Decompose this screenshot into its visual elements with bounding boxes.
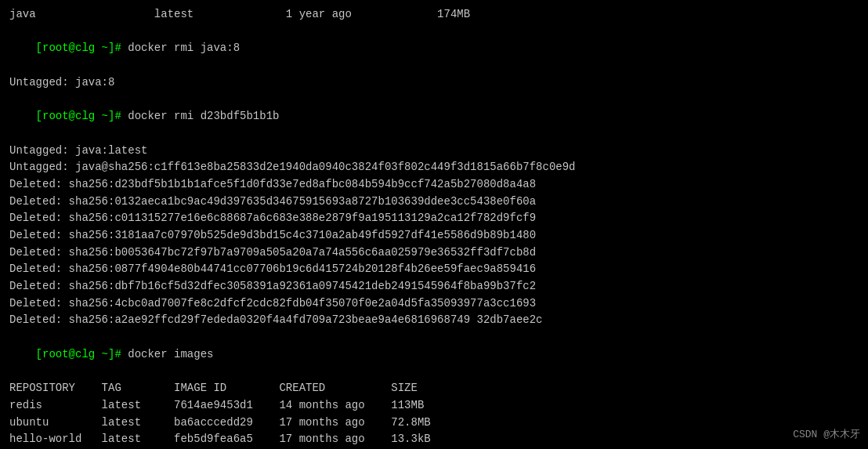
command: docker rmi d23bdf5b1b1b	[128, 110, 279, 122]
prompt: [root@clg ~]#	[36, 42, 128, 54]
command: docker rmi java:8	[128, 42, 240, 54]
prompt: [root@clg ~]#	[36, 110, 128, 122]
terminal: java latest 1 year ago 174MB [root@clg ~…	[0, 0, 868, 449]
line-4: [root@clg ~]# docker rmi d23bdf5b1b1b	[9, 91, 859, 142]
line-5: Untagged: java:latest	[9, 143, 859, 160]
table-header: REPOSITORY TAG IMAGE ID CREATED SIZE	[9, 380, 859, 397]
prompt: [root@clg ~]#	[36, 348, 128, 360]
line-16: [root@clg ~]# docker images	[9, 329, 859, 380]
line-7: Deleted: sha256:d23bdf5b1b1b1afce5f1d0fd…	[9, 176, 859, 194]
line-10: Deleted: sha256:3181aa7c07970b525de9d3bd…	[9, 227, 859, 244]
line-1: java latest 1 year ago 174MB	[9, 6, 859, 24]
line-12: Deleted: sha256:0877f4904e80b44741cc0770…	[9, 261, 859, 278]
line-3: Untagged: java:8	[9, 74, 859, 92]
line-8: Deleted: sha256:0132aeca1bc9ac49d397635d…	[9, 194, 859, 211]
command: docker images	[128, 348, 213, 360]
table-row-hello-world: hello-world latest feb5d9fea6a5 17 month…	[9, 431, 859, 448]
line-2: [root@clg ~]# docker rmi java:8	[9, 24, 859, 74]
table-row-redis-latest: redis latest 7614ae9453d1 14 months ago …	[9, 397, 859, 415]
line-6: Untagged: java@sha256:c1ff613e8ba25833d2…	[9, 159, 859, 176]
watermark: CSDN @木木牙	[793, 427, 860, 441]
line-14: Deleted: sha256:4cbc0ad7007fe8c2dfcf2cdc…	[9, 295, 859, 313]
line-13: Deleted: sha256:dbf7b16cf5d32dfec3058391…	[9, 278, 859, 295]
table-row-ubuntu: ubuntu latest ba6acccedd29 17 months ago…	[9, 415, 859, 432]
line-9: Deleted: sha256:c011315277e16e6c88687a6c…	[9, 210, 859, 227]
line-11: Deleted: sha256:b0053647bc72f97b7a9709a5…	[9, 244, 859, 262]
line-15: Deleted: sha256:a2ae92ffcd29f7ededa0320f…	[9, 312, 859, 329]
